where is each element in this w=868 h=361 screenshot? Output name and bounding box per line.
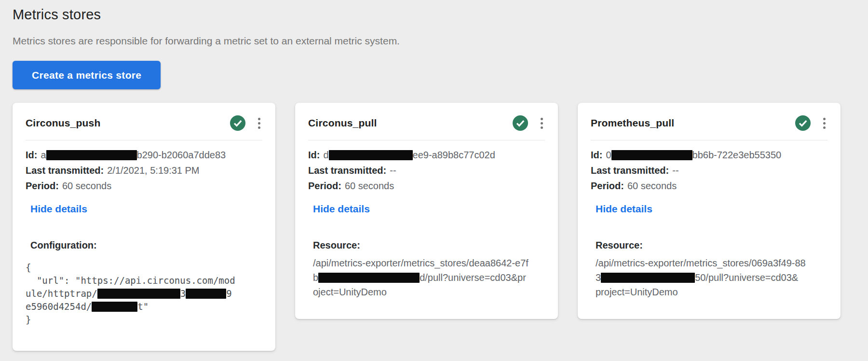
- redaction-bar: [318, 273, 420, 283]
- detail-line: }: [26, 313, 262, 326]
- field-label: Period:: [591, 180, 624, 191]
- field-row: Id:dee9-a89b8c77c02d: [308, 147, 545, 163]
- field-value: 60 seconds: [62, 180, 111, 191]
- more-options-kebab-icon[interactable]: [539, 117, 545, 130]
- field-row: Last transmitted:2/1/2021, 5:19:31 PM: [26, 163, 262, 178]
- more-options-kebab-icon[interactable]: [821, 117, 827, 130]
- hide-details-link[interactable]: Hide details: [30, 203, 87, 215]
- detail-line: /api/metrics-exporter/metrics_stores/dea…: [313, 256, 545, 270]
- field-label: Id:: [308, 150, 320, 160]
- redaction-bar: [329, 150, 413, 160]
- field-row: Last transmitted:--: [308, 163, 545, 178]
- detail-line: e5960d4254d/t": [26, 300, 262, 313]
- field-value: --: [390, 165, 396, 176]
- hide-details-link[interactable]: Hide details: [596, 203, 652, 215]
- card-header-icons: [230, 115, 262, 131]
- metrics-store-card: Circonus_pull Id:dee9-a89b8c77c02dLast t…: [295, 103, 558, 319]
- field-label: Last transmitted:: [308, 165, 386, 176]
- hide-details-link[interactable]: Hide details: [313, 203, 370, 215]
- card-header: Circonus_push: [26, 115, 262, 131]
- field-row: Period:60 seconds: [308, 178, 545, 194]
- field-label: Last transmitted:: [26, 165, 104, 176]
- field-value: --: [672, 165, 678, 176]
- page-subtitle: Metrics stores are responsible for forwa…: [13, 35, 868, 47]
- field-label: Id:: [26, 150, 37, 160]
- field-label: Period:: [26, 180, 59, 191]
- detail-line: bd/pull?universe=cd03&pr: [313, 270, 545, 285]
- field-row: Id:ab290-b2060a7dde83: [26, 147, 262, 163]
- field-value: 60 seconds: [627, 180, 677, 191]
- field-value: ab290-b2060a7dde83: [41, 150, 226, 160]
- detail-line: "url": "https://api.circonus.com/mod: [26, 274, 262, 287]
- detail-line: ule/httptrap/39: [26, 287, 262, 300]
- field-row: Id:0bb6b-722e3eb55350: [591, 147, 827, 163]
- metrics-stores-page: Metrics stores Metrics stores are respon…: [0, 0, 868, 351]
- detail-section-label: Resource:: [596, 240, 827, 251]
- detail-section-body: /api/metrics-exporter/metrics_stores/dea…: [313, 256, 545, 299]
- metrics-store-card: Prometheus_pull Id:0bb6b-722e3eb55350Las…: [578, 103, 841, 319]
- page-title: Metrics stores: [13, 7, 868, 23]
- redaction-bar: [611, 150, 692, 160]
- detail-section-body: { "url": "https://api.circonus.com/modul…: [26, 261, 262, 326]
- card-header-icons: [513, 115, 545, 131]
- field-label: Period:: [308, 180, 341, 191]
- card-header-icons: [795, 115, 827, 131]
- field-label: Last transmitted:: [591, 165, 669, 176]
- metrics-store-card: Circonus_push Id:ab290-b2060a7dde83Last …: [13, 103, 275, 351]
- card-divider: [308, 140, 545, 140]
- detail-section-label: Configuration:: [30, 240, 262, 251]
- field-value: 60 seconds: [345, 180, 394, 191]
- field-row: Last transmitted:--: [591, 163, 827, 178]
- card-divider: [26, 140, 262, 140]
- card-title: Circonus_push: [26, 117, 100, 129]
- more-options-kebab-icon[interactable]: [256, 117, 262, 130]
- redaction-bar: [97, 289, 180, 299]
- card-header: Prometheus_pull: [591, 115, 827, 131]
- detail-line: project=UnityDemo: [596, 285, 827, 299]
- status-ok-check-circle-icon: [230, 115, 245, 131]
- card-divider: [591, 140, 827, 140]
- detail-section-body: /api/metrics-exporter/metrics_stores/069…: [596, 256, 827, 299]
- cards-container: Circonus_push Id:ab290-b2060a7dde83Last …: [13, 103, 868, 351]
- detail-line: {: [26, 261, 262, 274]
- card-title: Prometheus_pull: [591, 117, 674, 129]
- redaction-bar: [601, 273, 695, 283]
- redaction-bar: [46, 150, 137, 160]
- field-label: Id:: [591, 150, 602, 160]
- field-row: Period:60 seconds: [591, 178, 827, 194]
- redaction-bar: [186, 289, 226, 299]
- redaction-bar: [92, 302, 137, 312]
- card-fields: Id:ab290-b2060a7dde83Last transmitted:2/…: [26, 147, 262, 194]
- card-header: Circonus_pull: [308, 115, 545, 131]
- detail-line: oject=UnityDemo: [313, 285, 545, 299]
- field-value: 2/1/2021, 5:19:31 PM: [107, 165, 199, 176]
- field-row: Period:60 seconds: [26, 178, 262, 194]
- card-fields: Id:dee9-a89b8c77c02dLast transmitted:--P…: [308, 147, 545, 194]
- status-ok-check-circle-icon: [513, 115, 528, 131]
- detail-section-label: Resource:: [313, 240, 545, 251]
- status-ok-check-circle-icon: [795, 115, 811, 131]
- card-title: Circonus_pull: [308, 117, 377, 129]
- detail-line: /api/metrics-exporter/metrics_stores/069…: [596, 256, 827, 270]
- card-fields: Id:0bb6b-722e3eb55350Last transmitted:--…: [591, 147, 827, 194]
- field-value: dee9-a89b8c77c02d: [323, 150, 495, 160]
- detail-line: 350/pull?universe=cd03&: [596, 270, 827, 285]
- create-metrics-store-button[interactable]: Create a metrics store: [13, 61, 161, 89]
- field-value: 0bb6b-722e3eb55350: [606, 150, 781, 160]
